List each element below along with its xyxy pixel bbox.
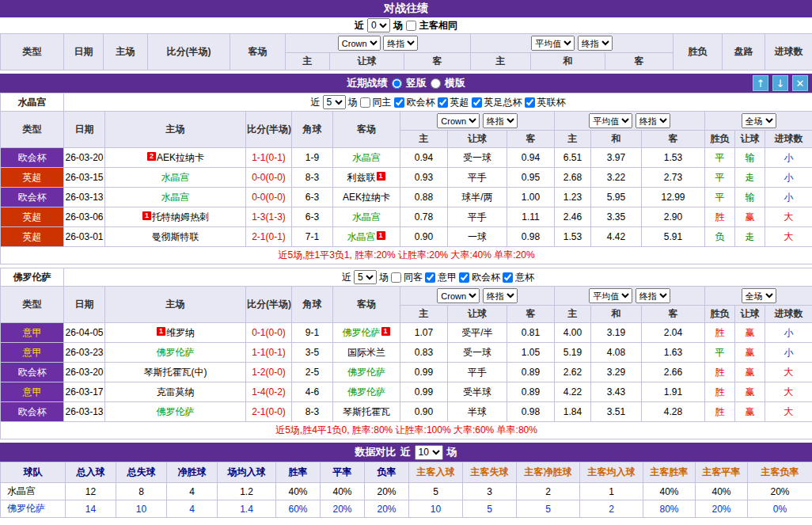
fiorentina-table: 佛罗伦萨 近 5 场 同客 意甲 欧会杯 意杯 类型 日期 <box>0 268 812 439</box>
away-team-name: 利兹联 <box>347 172 376 183</box>
league-filter-europa-conf-checkbox[interactable] <box>459 272 469 283</box>
comparison-recent-count-select[interactable]: 10 <box>415 445 443 460</box>
h2h-sub-home: 主 <box>286 53 330 70</box>
score-cell: 0-1(0-0) <box>246 323 292 343</box>
h2h-header-row-1: 类型 日期 主场 比分(半场) 客场 Crown 终指 平均值 终指 胜负 盘路… <box>1 34 812 53</box>
h2h-odds-stage-select[interactable]: 终指 <box>383 36 418 51</box>
h2h-average-select[interactable]: 平均值 <box>531 36 575 51</box>
away-team-name: 水晶宫 <box>352 152 381 163</box>
near-label: 近 <box>400 445 411 459</box>
fiorentina-recent-count-select[interactable]: 5 <box>354 270 377 284</box>
goals-result-cell: 大 <box>765 207 812 227</box>
match-row: 英超 26-03-06 1托特纳姆热刺 1-3(1-3) 6-3 水晶宫 0.7… <box>1 207 812 227</box>
h2h-bookmaker-select[interactable]: Crown <box>338 36 381 51</box>
cmp-value: 1 <box>580 483 643 500</box>
date-cell: 26-03-15 <box>64 168 105 188</box>
crystal-average-select[interactable]: 平均值 <box>589 113 632 128</box>
h2h-section-header: 对战往绩 <box>0 0 812 17</box>
fiorentina-avg-selects-cell: 平均值 终指 <box>555 287 705 306</box>
handicap-result-cell: 赢 <box>735 402 765 422</box>
fiorentina-header-row-1: 类型 日期 主场 比分(半场) 角球 客场 Crown 终指 平均值 终指 全场 <box>1 287 812 306</box>
scroll-down-button[interactable]: ↓ <box>772 75 788 91</box>
sub-goals-result: 进球数 <box>765 131 812 148</box>
horizontal-layout-label: 横版 <box>445 76 465 90</box>
same-away-checkbox[interactable] <box>391 272 401 283</box>
near-label: 近 <box>342 271 351 284</box>
league-cell: 欧会杯 <box>1 148 64 168</box>
h2h-avg-stage-select[interactable]: 终指 <box>578 36 613 51</box>
cmp-col-goals-for: 总入球 <box>66 462 116 483</box>
cmp-col-venue-goal-diff: 主客净胜球 <box>517 462 580 483</box>
league-filter-epl-label: 英超 <box>450 96 469 109</box>
league-filter-coppa-italia-checkbox[interactable] <box>503 272 513 283</box>
league-filter-epl-checkbox[interactable] <box>438 97 448 108</box>
league-filter-serie-a-checkbox[interactable] <box>425 272 435 283</box>
away-team-name: 佛罗伦萨 <box>347 367 385 378</box>
cmp-col-draw-rate: 平率 <box>321 462 365 483</box>
home-team-name: AEK拉纳卡 <box>157 152 204 163</box>
comparison-header-row: 球队 总入球 总失球 净胜球 场均入球 胜率 平率 负率 主客入球 主客失球 主… <box>1 462 812 483</box>
fiorentina-odds-stage-select[interactable]: 终指 <box>483 288 518 303</box>
crystal-fulltime-select[interactable]: 全场 <box>742 113 776 128</box>
avg-home-odds-cell: 1.53 <box>555 227 591 247</box>
avg-home-odds-cell: 5.19 <box>555 343 591 363</box>
comparison-title: 数据对比 <box>355 445 397 459</box>
same-home-checkbox[interactable] <box>360 97 370 108</box>
match-row: 欧会杯 26-03-13 水晶宫 0-0(0-0) 6-3 AEK拉纳卡 0.8… <box>1 188 812 207</box>
crystal-avg-stage-select[interactable]: 终指 <box>636 113 670 128</box>
near-label: 近 <box>355 19 364 32</box>
crystal-bookmaker-select[interactable]: Crown <box>437 113 480 128</box>
h2h-col-home: 主场 <box>104 34 148 70</box>
league-filter-europa-conf-checkbox[interactable] <box>394 97 404 108</box>
cmp-col-loss-rate: 负率 <box>365 462 409 483</box>
league-filter-fa-cup-checkbox[interactable] <box>472 97 482 108</box>
crystal-palace-table: 水晶宫 近 5 场 同主 欧会杯 英超 英足总杯 英联杯 <box>0 93 812 264</box>
horizontal-layout-radio[interactable] <box>431 78 441 89</box>
col-corner: 角球 <box>292 112 333 148</box>
crystal-summary-row: 近5场,胜1平3负1, 胜率:20% 让胜率:20% 大率:40% 单率:20% <box>1 247 812 264</box>
crystal-avg-selects-cell: 平均值 终指 <box>555 112 705 131</box>
sub-home: 主 <box>400 131 448 148</box>
handicap-result-cell: 走 <box>735 227 765 247</box>
vertical-layout-radio[interactable] <box>392 78 402 89</box>
cmp-col-team: 球队 <box>1 462 66 483</box>
sub-away: 客 <box>507 306 555 323</box>
h2h-table: 类型 日期 主场 比分(半场) 客场 Crown 终指 平均值 终指 胜负 盘路… <box>0 33 812 70</box>
league-filter-serie-a-label: 意甲 <box>438 271 457 284</box>
games-label: 场 <box>393 19 403 32</box>
corners-cell: 2-5 <box>292 363 333 382</box>
handicap-result-cell: 赢 <box>735 323 765 343</box>
same-home-away-checkbox[interactable] <box>406 21 416 31</box>
close-button[interactable]: ✕ <box>792 75 808 91</box>
goals-result-cell: 大 <box>765 227 812 247</box>
h2h-recent-count-select[interactable]: 0 <box>367 18 390 32</box>
league-filter-efl-cup-checkbox[interactable] <box>525 97 535 108</box>
fiorentina-fulltime-select[interactable]: 全场 <box>742 288 776 303</box>
avg-draw-odds-cell: 3.51 <box>591 402 642 422</box>
sub-away: 客 <box>507 131 555 148</box>
cmp-value: 3 <box>463 483 517 500</box>
fiorentina-avg-stage-select[interactable]: 终指 <box>636 288 670 303</box>
fiorentina-average-select[interactable]: 平均值 <box>589 288 632 303</box>
avg-draw-odds-cell: 3.97 <box>591 148 642 168</box>
league-cell: 意甲 <box>1 382 64 402</box>
corners-cell: 3-5 <box>292 343 333 363</box>
away-team-cell: 利兹联1 <box>333 168 400 188</box>
cmp-team-name: 佛罗伦萨 <box>1 500 66 518</box>
home-odds-cell: 1.07 <box>400 323 448 343</box>
home-team-name: 佛罗伦萨 <box>157 347 195 358</box>
handicap-result-cell: 赢 <box>735 363 765 382</box>
col-score: 比分(半场) <box>246 287 292 323</box>
date-cell: 26-03-01 <box>64 227 105 247</box>
league-filter-europa-conf-label: 欧会杯 <box>407 96 435 109</box>
avg-away-odds-cell: 1.63 <box>642 343 705 363</box>
avg-away-odds-cell: 12.99 <box>642 188 705 207</box>
h2h-col-result: 胜负 <box>674 34 723 70</box>
cmp-col-venue-loss-rate: 主客负率 <box>748 462 812 483</box>
crystal-odds-stage-select[interactable]: 终指 <box>483 113 518 128</box>
crystal-recent-count-select[interactable]: 5 <box>323 95 346 109</box>
scroll-up-button[interactable]: ↑ <box>753 75 768 91</box>
fiorentina-team-name: 佛罗伦萨 <box>1 268 64 287</box>
fiorentina-bookmaker-select[interactable]: Crown <box>437 288 480 303</box>
cmp-value: 5 <box>409 483 463 500</box>
